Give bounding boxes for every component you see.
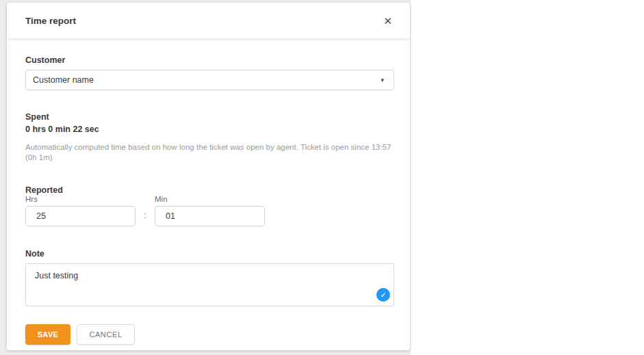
hrs-input[interactable]	[25, 206, 136, 226]
min-input[interactable]	[155, 206, 265, 226]
hrs-label: Hrs	[25, 195, 136, 203]
note-checkmark-badge[interactable]: ✓	[376, 288, 390, 302]
time-separator: :	[136, 211, 155, 226]
modal-body: Customer Customer name ▾ Spent 0 hrs 0 m…	[7, 38, 410, 345]
hrs-column: Hrs	[25, 195, 136, 226]
note-section: Note Just testing ✓	[25, 249, 391, 306]
note-label: Note	[25, 249, 391, 259]
spent-section: Spent 0 hrs 0 min 22 sec Automatically c…	[25, 112, 391, 163]
min-label: Min	[155, 195, 265, 203]
modal-title: Time report	[25, 16, 76, 26]
note-textarea-wrap: Just testing ✓	[25, 263, 394, 306]
spent-label: Spent	[25, 112, 391, 122]
spent-hint-text: Automatically computed time based on how…	[25, 142, 394, 163]
note-textarea[interactable]: Just testing	[25, 263, 394, 306]
page-background: Time report ✕ Customer Customer name ▾ S…	[0, 0, 644, 355]
modal-actions: SAVE CANCEL	[25, 324, 391, 345]
min-column: Min	[155, 195, 265, 226]
spent-value: 0 hrs 0 min 22 sec	[25, 124, 391, 134]
reported-section: Reported Hrs : Min	[25, 185, 391, 226]
customer-field: Customer Customer name ▾	[25, 55, 391, 90]
customer-select[interactable]: Customer name ▾	[25, 70, 394, 90]
customer-select-value: Customer name	[33, 75, 94, 85]
save-button[interactable]: SAVE	[25, 324, 70, 345]
reported-time-row: Hrs : Min	[25, 195, 391, 226]
customer-label: Customer	[25, 55, 391, 65]
close-icon[interactable]: ✕	[381, 13, 395, 29]
time-report-modal: Time report ✕ Customer Customer name ▾ S…	[7, 3, 410, 350]
reported-label: Reported	[25, 185, 391, 195]
modal-header: Time report ✕	[7, 3, 410, 38]
cancel-button[interactable]: CANCEL	[77, 324, 135, 345]
chevron-down-icon: ▾	[381, 77, 384, 83]
